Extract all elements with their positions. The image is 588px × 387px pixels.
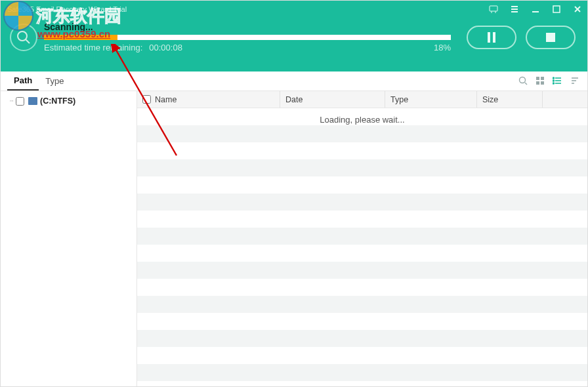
list-stripe	[137, 364, 587, 381]
pause-button[interactable]	[467, 26, 516, 49]
svg-rect-7	[553, 6, 560, 12]
svg-point-25	[553, 80, 555, 81]
scan-buttons	[467, 26, 576, 49]
grid-view-icon[interactable]	[535, 75, 545, 86]
svg-point-15	[520, 77, 526, 83]
list-stripe	[137, 262, 587, 279]
stop-button[interactable]	[526, 26, 576, 49]
svg-point-26	[553, 83, 555, 84]
tree-connector-icon: ┈	[10, 98, 12, 104]
sort-icon[interactable]	[569, 75, 579, 86]
col-size[interactable]: Size	[477, 91, 543, 108]
list-stripe	[137, 142, 587, 159]
list-header: Name Date Type Size	[137, 91, 587, 108]
svg-rect-12	[488, 32, 490, 43]
list-stripe	[137, 211, 587, 228]
progress-bar	[44, 35, 451, 40]
svg-rect-13	[493, 32, 495, 43]
loading-text: Loading, please wait...	[137, 115, 587, 125]
eta-value: 00:00:08	[149, 43, 182, 52]
scan-magnifier-icon	[10, 24, 37, 51]
tab-type-label: Type	[45, 76, 64, 86]
list-stripe	[137, 194, 587, 211]
list-stripe	[137, 330, 587, 347]
tab-type[interactable]: Type	[39, 71, 70, 91]
list-stripe	[137, 279, 587, 296]
svg-rect-18	[541, 77, 544, 80]
menu-icon[interactable]	[510, 5, 519, 14]
scan-row: Scanning... Estimated time remaining: 00…	[1, 18, 587, 52]
list-stripe	[137, 313, 587, 330]
list-stripe	[137, 228, 587, 245]
list-view-icon[interactable]	[552, 75, 562, 86]
progress-fill	[44, 35, 117, 40]
col-date[interactable]: Date	[280, 91, 385, 108]
list-panel: Name Date Type Size Loading, please wait…	[137, 91, 587, 386]
close-icon[interactable]	[573, 5, 582, 14]
svg-rect-0	[490, 6, 497, 11]
app-title: Safe365 Email Recovery Wizard Trial	[7, 5, 127, 13]
scan-sub: Estimated time remaining: 00:00:08 18%	[44, 43, 451, 52]
svg-line-11	[26, 39, 30, 43]
list-stripe	[137, 125, 587, 142]
list-stripe	[137, 296, 587, 313]
scan-progress-area: Scanning... Estimated time remaining: 00…	[44, 22, 455, 52]
eta-label: Estimated time remaining:	[44, 43, 142, 52]
tab-path[interactable]: Path	[7, 71, 39, 91]
col-type-label: Type	[390, 95, 408, 104]
svg-rect-20	[541, 81, 544, 85]
view-icons	[518, 75, 579, 86]
body: ┈ (C:NTFS) Name Date Type Size Loading, …	[1, 91, 587, 386]
window-controls	[489, 5, 582, 14]
rows	[137, 108, 587, 381]
col-name[interactable]: Name	[137, 91, 280, 108]
col-date-label: Date	[285, 95, 303, 104]
search-icon[interactable]	[518, 75, 528, 86]
svg-rect-17	[536, 77, 539, 80]
tab-path-label: Path	[14, 75, 32, 85]
scan-status: Scanning...	[44, 22, 455, 32]
svg-rect-19	[536, 81, 539, 85]
tree-item-label: (C:NTFS)	[40, 96, 75, 106]
svg-line-16	[525, 83, 527, 85]
percent-text: 18%	[434, 43, 451, 52]
maximize-icon[interactable]	[552, 5, 561, 14]
col-type[interactable]: Type	[385, 91, 477, 108]
list-stripe	[137, 176, 587, 194]
feedback-icon[interactable]	[489, 5, 498, 14]
svg-point-10	[18, 31, 27, 41]
select-all-checkbox[interactable]	[142, 95, 151, 104]
col-size-label: Size	[482, 95, 498, 104]
tree-item-drive[interactable]: ┈ (C:NTFS)	[1, 94, 136, 108]
disk-icon	[28, 97, 37, 105]
list-stripe	[137, 347, 587, 364]
svg-point-24	[553, 77, 555, 79]
tree-item-checkbox[interactable]	[16, 97, 24, 106]
list-stripe	[137, 159, 587, 176]
tree-panel: ┈ (C:NTFS)	[1, 91, 137, 386]
col-name-label: Name	[155, 95, 177, 104]
minimize-icon[interactable]	[531, 5, 540, 14]
tabs-bar: Path Type	[1, 71, 587, 91]
header: Safe365 Email Recovery Wizard Trial Scan…	[1, 1, 587, 71]
list-stripe	[137, 245, 587, 262]
svg-rect-14	[546, 33, 555, 42]
